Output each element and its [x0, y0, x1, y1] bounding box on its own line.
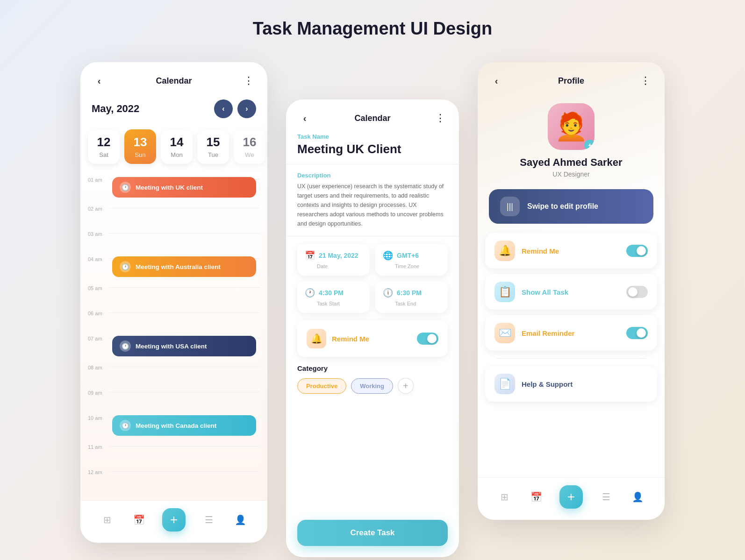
productive-tag[interactable]: Productive: [297, 378, 346, 394]
profile-item-help[interactable]: 📄 Help & Support: [485, 366, 657, 402]
time-row-04am: 04 am 🕐 Meeting with Australia client: [88, 255, 260, 283]
event-uk-client[interactable]: 🕐 Meeting with UK client: [112, 177, 256, 198]
time-row-06am: 06 am: [88, 309, 260, 333]
date-number: 14: [170, 135, 184, 149]
nav-calendar-icon[interactable]: 📅: [130, 511, 147, 528]
time-row-11am: 11 am: [88, 442, 260, 467]
date-number: 15: [207, 135, 220, 149]
calendar-header: ‹ Calendar ⋮: [80, 62, 267, 96]
time-row-05am: 05 am: [88, 284, 260, 308]
working-tag[interactable]: Working: [351, 378, 393, 394]
timezone-card-top: 🌐 GMT+6: [383, 250, 440, 261]
task-start-card[interactable]: 🕐 4:30 PM Task Start: [297, 281, 370, 313]
nav-add-button[interactable]: +: [162, 508, 186, 532]
task-back-button[interactable]: ‹: [297, 111, 312, 126]
calendar-header-title: Calendar: [156, 76, 192, 86]
date-day-label: Sun: [135, 151, 145, 158]
task-end-card[interactable]: 🕕 6:30 PM Task End: [375, 281, 448, 313]
date-card-12[interactable]: 12 Sat: [88, 129, 120, 164]
add-category-button[interactable]: +: [398, 378, 414, 394]
timezone-info-card[interactable]: 🌐 GMT+6 Time Zone: [375, 244, 448, 276]
nav-grid-icon[interactable]: ⊞: [99, 511, 116, 528]
nav-task-icon[interactable]: ☰: [598, 489, 615, 505]
time-row-10am: 10 am 🕐 Meeting with Canada client: [88, 413, 260, 441]
date-value: 21 May, 2022: [319, 252, 358, 259]
prev-month-button[interactable]: ‹: [214, 99, 233, 118]
remind-toggle[interactable]: [626, 245, 648, 257]
date-card-16[interactable]: 16 We: [234, 129, 265, 164]
nav-calendar-icon[interactable]: 📅: [528, 489, 544, 505]
event-label: Meeting with USA client: [136, 343, 207, 350]
date-info-card[interactable]: 📅 21 May, 2022 Date: [297, 244, 370, 276]
date-day-label: We: [245, 151, 254, 158]
calendar-menu-button[interactable]: ⋮: [241, 73, 256, 88]
time-label: 02 am: [88, 204, 107, 212]
task-header-title: Calendar: [354, 113, 390, 123]
clock-icon: 🕐: [122, 184, 129, 191]
month-nav-buttons: ‹ ›: [214, 99, 256, 118]
event-australia-client[interactable]: 🕐 Meeting with Australia client: [112, 256, 256, 277]
profile-header-title: Profile: [558, 76, 584, 86]
date-day-label: Sat: [99, 151, 108, 158]
profile-item-remind[interactable]: 🔔 Remind Me: [485, 233, 657, 269]
task-menu-button[interactable]: ⋮: [433, 111, 448, 126]
description-text: UX (user experience) research is the sys…: [286, 182, 459, 236]
description-label: Description: [286, 164, 459, 182]
clock-icon: 🕐: [122, 422, 129, 429]
globe-icon: 🌐: [383, 250, 393, 261]
date-card-14[interactable]: 14 Mon: [161, 129, 193, 164]
create-task-button[interactable]: Create Task: [297, 520, 448, 546]
email-toggle[interactable]: [626, 327, 648, 339]
event-icon: 🕐: [120, 420, 131, 431]
calendar-back-button[interactable]: ‹: [92, 73, 107, 88]
next-month-button[interactable]: ›: [237, 99, 256, 118]
nav-grid-icon[interactable]: ⊞: [496, 489, 513, 505]
show-tasks-toggle[interactable]: [626, 286, 648, 298]
category-section: Category Productive Working +: [286, 364, 459, 401]
clock-end-icon: 🕕: [383, 288, 393, 298]
time-row-02am: 02 am: [88, 204, 260, 228]
event-canada-client[interactable]: 🕐 Meeting with Canada client: [112, 415, 256, 436]
swipe-edit-button[interactable]: ||| Swipe to edit profile: [489, 189, 653, 224]
time-label: 06 am: [88, 309, 107, 316]
help-support-label: Help & Support: [522, 380, 648, 388]
date-card-13[interactable]: 13 Sun: [124, 129, 156, 164]
info-cards-grid: 📅 21 May, 2022 Date 🌐 GMT+6 Time Zone 🕐 …: [286, 236, 459, 320]
time-row-01am: 01 am 🕐 Meeting with UK client: [88, 175, 260, 203]
swipe-icon: |||: [500, 197, 520, 216]
time-label: 03 am: [88, 229, 107, 237]
remind-toggle[interactable]: [417, 333, 438, 345]
nav-task-icon[interactable]: ☰: [201, 511, 217, 528]
time-row-09am: 09 am: [88, 388, 260, 412]
profile-item-email[interactable]: ✉️ Email Reminder: [485, 315, 657, 351]
time-label: 10 am: [88, 413, 107, 421]
time-label: 01 am: [88, 175, 107, 183]
clock-icon: 🕐: [122, 263, 129, 270]
profile-item-show-tasks[interactable]: 📋 Show All Task: [485, 274, 657, 310]
time-label: 11 am: [88, 442, 107, 450]
profile-name: Sayed Ahmed Sarker: [520, 156, 622, 169]
start-card-top: 🕐 4:30 PM: [305, 288, 362, 298]
help-icon: 📄: [499, 378, 511, 390]
date-card-15[interactable]: 15 Tue: [197, 129, 229, 164]
tasks-icon-wrap: 📋: [494, 282, 515, 302]
page-title: Task Management UI Design: [253, 19, 492, 39]
event-usa-client[interactable]: 🕐 Meeting with USA client: [112, 336, 256, 356]
avatar-add-button[interactable]: +: [584, 140, 595, 150]
avatar-image: 🧑‍🦰: [554, 113, 588, 140]
swipe-label: Swipe to edit profile: [527, 202, 598, 211]
nav-profile-icon[interactable]: 👤: [629, 489, 646, 505]
calendar-bottom-nav: ⊞ 📅 + ☰ 👤: [80, 500, 267, 543]
date-number: 13: [134, 135, 147, 149]
clock-start-icon: 🕐: [305, 288, 315, 298]
profile-back-button[interactable]: ‹: [489, 73, 504, 88]
start-label: Task Start: [305, 301, 362, 306]
profile-menu-button[interactable]: ⋮: [638, 73, 653, 88]
remind-left: 🔔 Remind Me: [307, 329, 369, 348]
bell-icon: 🔔: [311, 333, 322, 344]
end-label: Task End: [383, 301, 440, 306]
time-label: 04 am: [88, 255, 107, 262]
nav-add-button[interactable]: +: [559, 485, 583, 509]
nav-profile-icon[interactable]: 👤: [232, 511, 249, 528]
time-row-08am: 08 am: [88, 363, 260, 387]
